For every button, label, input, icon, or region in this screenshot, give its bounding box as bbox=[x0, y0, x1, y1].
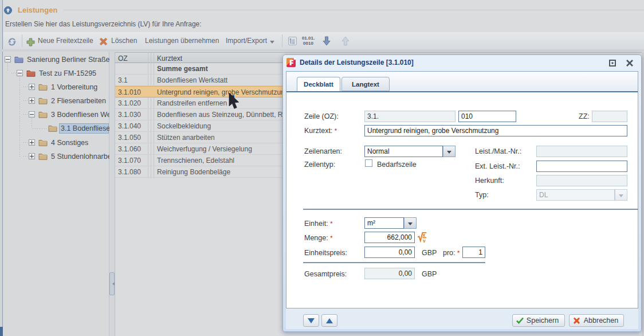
svg-text:y: y bbox=[423, 238, 426, 243]
svg-text:x: x bbox=[423, 232, 426, 238]
